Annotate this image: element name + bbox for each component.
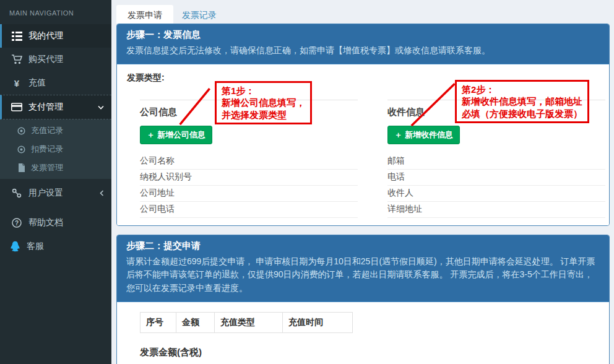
dot-circle-icon (17, 144, 26, 155)
tab-invoice-apply[interactable]: 发票申请 (116, 5, 173, 24)
cart-icon (11, 54, 22, 65)
payment-management-submenu: 充值记录 扣费记录 发票管理 (0, 119, 111, 179)
qq-icon (9, 241, 20, 252)
recipient-fields-list: 邮箱 电话 收件人 详细地址 (387, 154, 605, 218)
step2-panel: 步骤二：提交申请 请累计金额超过699后提交申请， 申请审核日期为每月10日和2… (116, 235, 610, 364)
sidebar-item-label: 帮助文档 (28, 217, 63, 228)
step1-panel-body: 发票类型: 公司信息 ＋新增公司信息 公司名称 纳税人识别号 公司地址 公司电话 (117, 64, 609, 225)
invoice-type-label: 发票类型: (127, 72, 165, 84)
tab-bar: 发票申请 发票记录 (111, 0, 614, 24)
sidebar-item-help-docs[interactable]: ? 帮助文档 (0, 211, 111, 235)
step2-description: 请累计金额超过699后提交申请， 申请审核日期为每月10日和25日(遇节假日顺延… (126, 255, 600, 295)
yen-icon: ¥ (11, 77, 22, 89)
sidebar-item-label: 客服 (27, 241, 44, 252)
table-header-row: 序号 金额 充值类型 充值时间 (141, 312, 353, 332)
question-circle-icon: ? (11, 217, 22, 228)
plus-icon: ＋ (147, 129, 155, 141)
sidebar-item-label: 购买代理 (28, 54, 63, 65)
sidebar-item-recharge-records[interactable]: 充值记录 (0, 121, 111, 140)
recharge-orders-table: 序号 金额 充值类型 充值时间 (140, 312, 353, 333)
field-detailed-address: 详细地址 (387, 202, 605, 218)
sidebar-item-label: 用户设置 (28, 188, 63, 199)
step1-description: 发票信息提交后无法修改，请确保信息正确，如需申请【增值税专票】或修改信息请联系客… (126, 44, 600, 58)
sidebar-item-my-agents[interactable]: 我的代理 (0, 24, 111, 48)
field-company-address: 公司地址 (140, 186, 358, 202)
field-taxpayer-id: 纳税人识别号 (140, 170, 358, 186)
step2-title: 步骤二：提交申请 (126, 240, 600, 252)
step1-title: 步骤一：发票信息 (126, 29, 600, 41)
file-icon (17, 162, 26, 173)
sidebar-item-label: 扣费记录 (31, 144, 63, 155)
plus-icon: ＋ (394, 129, 402, 141)
field-company-name: 公司名称 (140, 154, 358, 170)
main-content: 发票申请 发票记录 步骤一：发票信息 发票信息提交后无法修改，请确保信息正确，如… (111, 0, 614, 364)
sidebar-item-label: 充值记录 (31, 125, 63, 136)
annotation-step2-note: 第2步： 新增收件信息填写，邮箱地址 必填（方便接收电子版发票） (455, 80, 589, 124)
chevron-down-icon (98, 105, 104, 110)
column-header-index: 序号 (141, 312, 176, 332)
step2-panel-heading: 步骤二：提交申请 请累计金额超过699后提交申请， 申请审核日期为每月10日和2… (117, 235, 609, 302)
annotation-step1-note: 第1步： 新增公司信息填写， 并选择发票类型 (215, 81, 312, 125)
link-icon (11, 188, 22, 199)
dot-circle-icon (17, 125, 26, 136)
sidebar-item-recharge[interactable]: ¥ 充值 (0, 71, 111, 95)
field-recipient-name: 收件人 (387, 186, 605, 202)
sidebar-item-customer-service[interactable]: 客服 (0, 235, 111, 258)
field-company-phone: 公司电话 (140, 202, 358, 218)
list-icon (11, 30, 22, 41)
company-fields-list: 公司名称 纳税人识别号 公司地址 公司电话 (140, 154, 358, 218)
add-recipient-info-button[interactable]: ＋新增收件信息 (387, 126, 460, 144)
sidebar-item-label: 支付管理 (28, 102, 63, 113)
add-company-info-button[interactable]: ＋新增公司信息 (140, 126, 212, 144)
column-header-recharge-type: 充值类型 (215, 312, 283, 332)
invoice-application-page: MAIN NAVIGATION 我的代理 购买代理 ¥ 充值 支付管理 (0, 0, 614, 364)
sidebar-item-label: 发票管理 (31, 162, 63, 173)
sidebar-item-payment-management[interactable]: 支付管理 (0, 95, 111, 119)
sidebar-item-user-settings[interactable]: 用户设置 (0, 181, 111, 205)
field-email: 邮箱 (387, 154, 605, 170)
sidebar-item-label: 充值 (28, 77, 46, 89)
sidebar-item-invoice-management[interactable]: 发票管理 (0, 158, 111, 177)
chevron-left-icon (100, 190, 104, 196)
sidebar-item-deduction-records[interactable]: 扣费记录 (0, 140, 111, 158)
column-header-amount: 金额 (176, 312, 215, 332)
step2-panel-body: 序号 金额 充值类型 充值时间 发票金额(含税) (117, 302, 609, 364)
invoice-amount-label: 发票金额(含税) (140, 347, 600, 358)
step1-panel-heading: 步骤一：发票信息 发票信息提交后无法修改，请确保信息正确，如需申请【增值税专票】… (117, 24, 609, 64)
tab-invoice-records[interactable]: 发票记录 (173, 5, 225, 24)
sidebar-item-label: 我的代理 (28, 30, 63, 41)
column-header-recharge-time: 充值时间 (283, 312, 353, 332)
sidebar-item-buy-agents[interactable]: 购买代理 (0, 48, 111, 71)
svg-text:?: ? (15, 220, 19, 227)
sidebar: MAIN NAVIGATION 我的代理 购买代理 ¥ 充值 支付管理 (0, 0, 111, 364)
sidebar-section-header: MAIN NAVIGATION (0, 0, 111, 24)
step1-panel: 步骤一：发票信息 发票信息提交后无法修改，请确保信息正确，如需申请【增值税专票】… (116, 24, 610, 226)
credit-card-icon (11, 102, 22, 113)
field-phone: 电话 (387, 170, 605, 186)
